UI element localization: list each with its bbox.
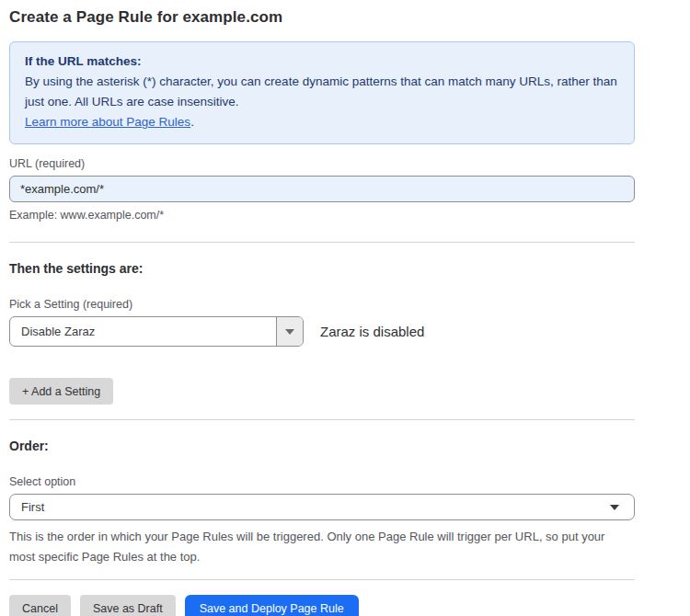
- divider-settings: [9, 419, 635, 420]
- learn-more-link[interactable]: Learn more about Page Rules: [25, 115, 190, 129]
- info-box-heading: If the URL matches:: [25, 51, 619, 72]
- setting-select[interactable]: Disable Zaraz: [9, 316, 304, 347]
- order-helper-text: This is the order in which your Page Rul…: [9, 527, 627, 567]
- link-suffix: .: [190, 115, 194, 129]
- dropdown-arrow-icon: [285, 329, 294, 335]
- order-select-label: Select option: [9, 475, 635, 488]
- url-input[interactable]: [9, 176, 635, 202]
- save-as-draft-button[interactable]: Save as Draft: [80, 595, 176, 616]
- cancel-button[interactable]: Cancel: [9, 595, 71, 616]
- save-and-deploy-button[interactable]: Save and Deploy Page Rule: [185, 595, 359, 616]
- order-select-value: First: [21, 500, 610, 514]
- add-setting-button[interactable]: + Add a Setting: [9, 378, 113, 405]
- order-select[interactable]: First: [9, 494, 635, 520]
- url-field-label: URL (required): [9, 157, 635, 170]
- setting-select-value: Disable Zaraz: [10, 317, 276, 346]
- url-field-helper: Example: www.example.com/*: [9, 209, 635, 222]
- info-box-body: By using the asterisk (*) character, you…: [25, 72, 619, 112]
- order-section-heading: Order:: [9, 439, 635, 453]
- info-box-link-line: Learn more about Page Rules.: [25, 112, 619, 132]
- form-actions: Cancel Save as Draft Save and Deploy Pag…: [9, 595, 635, 616]
- url-match-info-box: If the URL matches: By using the asteris…: [9, 41, 635, 144]
- setting-picker-label: Pick a Setting (required): [9, 298, 635, 311]
- settings-section-heading: Then the settings are:: [9, 261, 635, 276]
- divider-url: [9, 242, 635, 243]
- chevron-down-icon: [610, 505, 619, 510]
- setting-status-text: Zaraz is disabled: [320, 324, 424, 339]
- page-rule-form: Create a Page Rule for example.com If th…: [9, 0, 635, 616]
- setting-picker-row: Disable Zaraz Zaraz is disabled: [9, 316, 635, 347]
- divider-actions: [9, 579, 635, 580]
- page-title: Create a Page Rule for example.com: [9, 8, 635, 27]
- setting-select-arrow-button[interactable]: [276, 317, 303, 346]
